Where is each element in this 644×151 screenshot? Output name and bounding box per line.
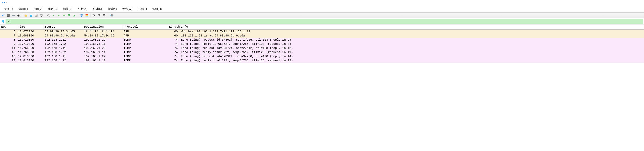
table-row[interactable]: 610.67200054:89:98:17:3c:65ff:ff:ff:ff:f…	[0, 29, 644, 34]
table-row[interactable]: 910.719000192.168.1.22192.168.1.11ICMP74…	[0, 42, 644, 46]
col-header-info[interactable]: Info	[180, 24, 644, 29]
cell-source: 192.168.1.11	[44, 38, 83, 42]
cell-len: 74	[168, 38, 180, 42]
cell-info: Who has 192.168.1.22? Tell 192.168.1.11	[180, 29, 644, 34]
capture-stop-icon[interactable]	[6, 13, 11, 18]
go-first-icon[interactable]	[67, 13, 72, 18]
zoom-reset-icon[interactable]: 1	[102, 13, 107, 18]
cell-time: 12.813000	[17, 59, 44, 63]
open-file-icon[interactable]	[24, 13, 28, 18]
go-last-icon[interactable]	[72, 13, 76, 18]
cell-dest: 192.168.1.11	[83, 59, 122, 63]
cell-time: 10.719000	[17, 38, 44, 42]
cell-no: 14	[0, 59, 17, 63]
go-back-icon[interactable]	[51, 13, 56, 18]
cell-proto: ICMP	[122, 59, 168, 63]
cell-info: Echo (ping) reply id=0x872f, seq=2/512, …	[180, 50, 644, 54]
zoom-in-icon[interactable]	[92, 13, 96, 18]
svg-rect-10	[86, 15, 88, 16]
packet-list[interactable]: No. Time Source Destination Protocol Len…	[0, 24, 644, 63]
svg-rect-8	[73, 16, 76, 16]
save-file-icon[interactable]	[29, 13, 34, 18]
capture-options-icon[interactable]	[16, 13, 21, 18]
display-filter-input[interactable]	[6, 19, 643, 24]
table-row[interactable]: 1312.813000192.168.1.11192.168.1.22ICMP7…	[0, 54, 644, 59]
col-header-proto[interactable]: Protocol	[122, 24, 168, 29]
cell-no: 12	[0, 50, 17, 54]
separator	[78, 13, 78, 17]
svg-rect-9	[86, 14, 88, 15]
colorize-icon[interactable]	[84, 13, 89, 18]
cell-source: 54:89:98:5d:6c:6a	[44, 34, 83, 38]
table-row[interactable]: 810.719000192.168.1.11192.168.1.22ICMP74…	[0, 38, 644, 42]
menu-item-5[interactable]: 分析(A)	[75, 6, 90, 12]
go-forward-icon[interactable]	[56, 13, 61, 18]
table-row[interactable]: 1111.766000192.168.1.11192.168.1.22ICMP7…	[0, 46, 644, 50]
menu-item-4[interactable]: 捕获(C)	[60, 6, 75, 12]
close-file-icon[interactable]	[34, 13, 38, 18]
go-to-packet-icon[interactable]	[62, 13, 66, 18]
cell-len: 74	[168, 59, 180, 63]
menu-item-1[interactable]: 编辑(E)	[16, 6, 30, 12]
col-header-len[interactable]: Length	[168, 24, 180, 29]
table-row[interactable]: 1412.813000192.168.1.22192.168.1.11ICMP7…	[0, 59, 644, 63]
svg-text:1: 1	[104, 14, 104, 16]
svg-point-2	[18, 15, 19, 16]
separator	[108, 13, 108, 17]
menu-item-8[interactable]: 无线(W)	[120, 6, 135, 12]
cell-no: 6	[0, 29, 17, 34]
cell-len: 74	[168, 46, 180, 50]
menu-item-2[interactable]: 视图(V)	[30, 6, 46, 12]
menu-item-6[interactable]: 统计(S)	[90, 6, 105, 12]
resize-columns-icon[interactable]	[109, 13, 114, 18]
cell-info: 192.168.1.22 is at 54:89:98:5d:6c:6a	[180, 34, 644, 38]
svg-rect-0	[7, 14, 10, 16]
col-header-source[interactable]: Source	[44, 24, 83, 29]
cell-len: 60	[168, 34, 180, 38]
menu-item-9[interactable]: 工具(T)	[135, 6, 150, 12]
cell-time: 10.719000	[17, 42, 44, 46]
separator	[22, 13, 22, 17]
cell-no: 8	[0, 38, 17, 42]
cell-no: 7	[0, 34, 17, 38]
cell-no: 13	[0, 54, 17, 59]
cell-proto: ARP	[122, 29, 168, 34]
table-row[interactable]: 710.68800054:89:98:5d:6c:6a54:89:98:17:3…	[0, 34, 644, 38]
menu-item-10[interactable]: 帮助(H)	[150, 6, 164, 12]
capture-restart-icon[interactable]	[11, 13, 16, 18]
filter-bookmark-icon[interactable]	[1, 19, 5, 23]
cell-len: 74	[168, 50, 180, 54]
cell-time: 11.766000	[17, 50, 44, 54]
col-header-dest[interactable]: Destination	[83, 24, 122, 29]
cell-info: Echo (ping) request id=0x862f, seq=1/256…	[180, 38, 644, 42]
capture-start-icon[interactable]	[1, 13, 6, 18]
auto-scroll-icon[interactable]	[79, 13, 84, 18]
menu-item-7[interactable]: 电话(Y)	[105, 6, 120, 12]
cell-len: 74	[168, 42, 180, 46]
cell-info: Echo (ping) request id=0x892f, seq=3/768…	[180, 54, 644, 59]
cell-dest: ff:ff:ff:ff:ff:ff	[83, 29, 122, 34]
window-title: *-	[6, 1, 8, 4]
cell-time: 11.766000	[17, 46, 44, 50]
cell-proto: ICMP	[122, 42, 168, 46]
find-icon[interactable]	[46, 13, 51, 18]
menu-item-0[interactable]: 文件(F)	[1, 6, 16, 12]
separator	[45, 13, 45, 17]
cell-info: Echo (ping) request id=0x872f, seq=2/512…	[180, 46, 644, 50]
svg-rect-11	[86, 16, 88, 16]
menu-item-3[interactable]: 跳转(G)	[45, 6, 60, 12]
cell-source: 192.168.1.11	[44, 54, 83, 59]
svg-point-6	[48, 14, 49, 16]
menu-bar: 文件(F)编辑(E)视图(V)跳转(G)捕获(C)分析(A)统计(S)电话(Y)…	[0, 6, 644, 12]
reload-icon[interactable]	[39, 13, 44, 18]
cell-proto: ICMP	[122, 50, 168, 54]
cell-proto: ICMP	[122, 46, 168, 50]
table-row[interactable]: 1211.766000192.168.1.22192.168.1.11ICMP7…	[0, 50, 644, 54]
title-bar: *-	[0, 0, 644, 6]
cell-no: 11	[0, 46, 17, 50]
col-header-time[interactable]: Time	[17, 24, 44, 29]
cell-source: 192.168.1.22	[44, 50, 83, 54]
packet-list-header[interactable]: No. Time Source Destination Protocol Len…	[0, 24, 644, 29]
zoom-out-icon[interactable]	[97, 13, 102, 18]
col-header-no[interactable]: No.	[0, 24, 17, 29]
